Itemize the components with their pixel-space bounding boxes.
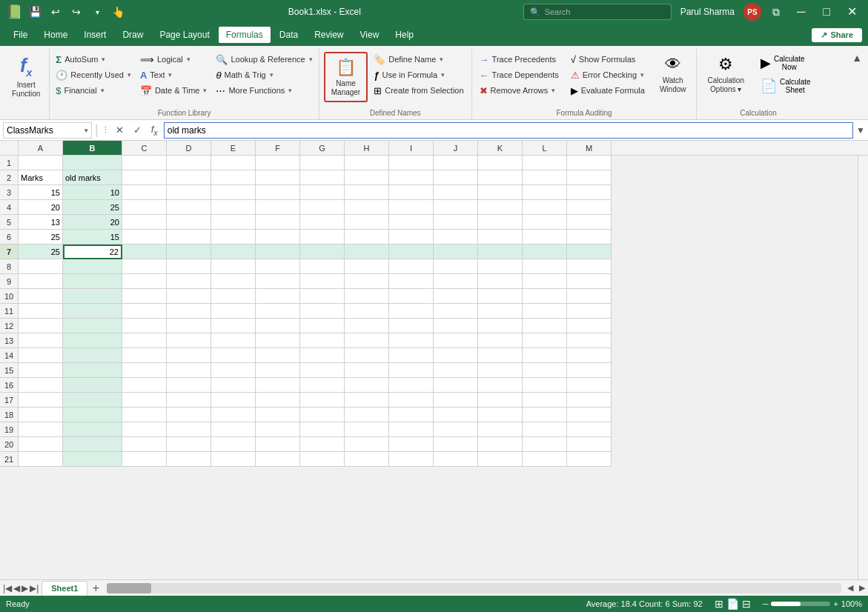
sheet-nav-last[interactable]: ▶| <box>30 583 39 593</box>
cell-D19[interactable] <box>167 422 211 437</box>
cell-M19[interactable] <box>567 422 612 437</box>
cell-C14[interactable] <box>122 348 167 363</box>
col-header-j[interactable]: J <box>434 141 478 156</box>
cell-F17[interactable] <box>256 393 300 408</box>
cell-M21[interactable] <box>567 452 612 467</box>
cell-L9[interactable] <box>523 274 567 289</box>
cell-H11[interactable] <box>345 304 389 319</box>
cell-J3[interactable] <box>434 185 478 200</box>
cell-J2[interactable] <box>434 170 478 185</box>
col-header-a[interactable]: A <box>19 141 63 156</box>
cell-K15[interactable] <box>478 363 523 378</box>
cell-C18[interactable] <box>122 408 167 422</box>
cell-I7[interactable] <box>389 245 434 259</box>
row-header-10[interactable]: 10 <box>0 289 19 304</box>
row-header-9[interactable]: 9 <box>0 274 19 289</box>
cell-C15[interactable] <box>122 363 167 378</box>
row-header-7[interactable]: 7 <box>0 245 19 259</box>
cell-H1[interactable] <box>345 156 389 170</box>
cell-G5[interactable] <box>300 215 345 230</box>
cell-B4[interactable]: 25 <box>63 200 122 215</box>
lookup-ref-button[interactable]: 🔍 Lookup & Reference ▾ <box>213 52 315 67</box>
cell-K13[interactable] <box>478 333 523 348</box>
row-header-14[interactable]: 14 <box>0 348 19 363</box>
cell-A5[interactable]: 13 <box>19 215 63 230</box>
cell-D11[interactable] <box>167 304 211 319</box>
normal-view-btn[interactable]: ⊞ <box>715 598 723 610</box>
cell-C13[interactable] <box>122 333 167 348</box>
cell-K21[interactable] <box>478 452 523 467</box>
cell-C10[interactable] <box>122 289 167 304</box>
close-button[interactable]: ✕ <box>841 0 862 24</box>
cell-H12[interactable] <box>345 319 389 333</box>
col-header-g[interactable]: G <box>300 141 345 156</box>
menu-review[interactable]: Review <box>307 27 351 43</box>
col-header-k[interactable]: K <box>478 141 523 156</box>
logical-button[interactable]: ⟹ Logical ▾ <box>137 52 211 67</box>
cell-D12[interactable] <box>167 319 211 333</box>
cell-L19[interactable] <box>523 422 567 437</box>
row-header-16[interactable]: 16 <box>0 378 19 393</box>
cell-K5[interactable] <box>478 215 523 230</box>
add-sheet-button[interactable]: + <box>87 581 104 596</box>
error-checking-button[interactable]: ⚠ Error Checking ▾ <box>568 67 648 82</box>
cell-D5[interactable] <box>167 215 211 230</box>
cell-C21[interactable] <box>122 452 167 467</box>
autosum-button[interactable]: Σ AutoSum ▾ <box>53 52 134 67</box>
cell-B11[interactable] <box>63 304 122 319</box>
cell-C1[interactable] <box>122 156 167 170</box>
menu-data[interactable]: Data <box>272 27 305 43</box>
row-header-2[interactable]: 2 <box>0 170 19 185</box>
cell-D3[interactable] <box>167 185 211 200</box>
cell-I16[interactable] <box>389 378 434 393</box>
cell-E9[interactable] <box>211 274 256 289</box>
cell-M8[interactable] <box>567 259 612 274</box>
cell-B5[interactable]: 20 <box>63 215 122 230</box>
row-header-13[interactable]: 13 <box>0 333 19 348</box>
cell-K2[interactable] <box>478 170 523 185</box>
cell-I8[interactable] <box>389 259 434 274</box>
cell-H16[interactable] <box>345 378 389 393</box>
cell-J16[interactable] <box>434 378 478 393</box>
cell-F12[interactable] <box>256 319 300 333</box>
cell-I17[interactable] <box>389 393 434 408</box>
cell-M9[interactable] <box>567 274 612 289</box>
menu-formulas[interactable]: Formulas <box>219 27 271 43</box>
cell-H10[interactable] <box>345 289 389 304</box>
cell-J1[interactable] <box>434 156 478 170</box>
zoom-out-btn[interactable]: ─ <box>763 599 769 608</box>
row-header-4[interactable]: 4 <box>0 200 19 215</box>
watch-window-button[interactable]: 👁 WatchWindow <box>654 52 692 96</box>
scroll-right-btn[interactable]: ▶ <box>856 583 868 593</box>
cell-D1[interactable] <box>167 156 211 170</box>
cell-L17[interactable] <box>523 393 567 408</box>
menu-file[interactable]: File <box>6 27 35 43</box>
cell-H5[interactable] <box>345 215 389 230</box>
cell-M1[interactable] <box>567 156 612 170</box>
cell-C19[interactable] <box>122 422 167 437</box>
cell-H6[interactable] <box>345 230 389 245</box>
cell-D9[interactable] <box>167 274 211 289</box>
cell-I12[interactable] <box>389 319 434 333</box>
cell-H8[interactable] <box>345 259 389 274</box>
insert-function-button[interactable]: fx InsertFunction <box>6 52 46 101</box>
cell-B8[interactable] <box>63 259 122 274</box>
cell-F15[interactable] <box>256 363 300 378</box>
quick-access-save[interactable]: 💾 <box>27 6 43 18</box>
calculate-now-button[interactable]: ▶ CalculateNow <box>756 52 815 74</box>
row-header-21[interactable]: 21 <box>0 452 19 467</box>
row-header-19[interactable]: 19 <box>0 422 19 437</box>
cell-C6[interactable] <box>122 230 167 245</box>
cell-B14[interactable] <box>63 348 122 363</box>
cell-G6[interactable] <box>300 230 345 245</box>
cell-L2[interactable] <box>523 170 567 185</box>
cell-H18[interactable] <box>345 408 389 422</box>
cell-J4[interactable] <box>434 200 478 215</box>
cell-K19[interactable] <box>478 422 523 437</box>
cell-F10[interactable] <box>256 289 300 304</box>
col-header-c[interactable]: C <box>122 141 167 156</box>
cell-L13[interactable] <box>523 333 567 348</box>
cell-K9[interactable] <box>478 274 523 289</box>
cell-J7[interactable] <box>434 245 478 259</box>
cell-D16[interactable] <box>167 378 211 393</box>
